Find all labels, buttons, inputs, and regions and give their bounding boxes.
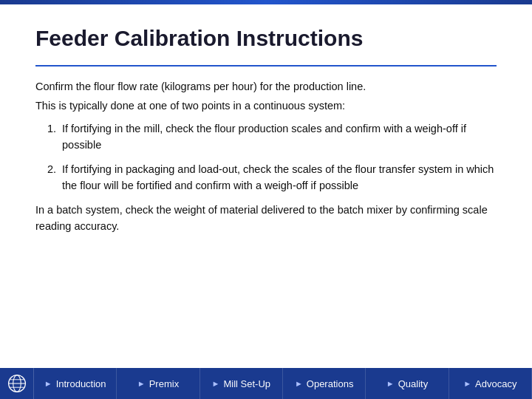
arrow-premix: ► — [137, 379, 146, 388]
title-underline — [35, 65, 497, 66]
list-item-1: If fortifying in the mill, check the flo… — [59, 120, 497, 154]
nav-item-operations[interactable]: ► Operations — [283, 368, 366, 399]
bottom-nav: ► Introduction ► Premix ► Mill Set-Up ► … — [0, 368, 532, 399]
arrow-operations: ► — [295, 379, 303, 388]
nav-label-quality: Quality — [398, 378, 428, 389]
arrow-quality: ► — [386, 379, 395, 388]
nav-items-container: ► Introduction ► Premix ► Mill Set-Up ► … — [34, 368, 532, 399]
arrow-introduction: ► — [44, 379, 52, 388]
nav-label-premix: Premix — [149, 378, 179, 389]
nav-item-introduction[interactable]: ► Introduction — [34, 368, 117, 399]
instructions-list: If fortifying in the mill, check the flo… — [59, 120, 497, 194]
intro-line-1: Confirm the flour flow rate (kilograms p… — [35, 78, 497, 95]
nav-logo — [0, 368, 34, 399]
nav-label-mill-setup: Mill Set-Up — [223, 378, 270, 389]
nav-item-mill-setup[interactable]: ► Mill Set-Up — [200, 368, 283, 399]
batch-text: In a batch system, check the weight of m… — [35, 202, 497, 235]
globe-icon — [7, 373, 27, 394]
nav-label-introduction: Introduction — [56, 378, 106, 389]
nav-item-premix[interactable]: ► Premix — [117, 368, 200, 399]
list-item-2: If fortifying in packaging and load-out,… — [59, 161, 497, 194]
nav-label-operations: Operations — [307, 378, 354, 389]
arrow-advocacy: ► — [463, 379, 471, 388]
nav-label-advocacy: Advocacy — [475, 378, 516, 389]
arrow-mill-setup: ► — [212, 379, 220, 388]
nav-item-advocacy[interactable]: ► Advocacy — [449, 368, 532, 399]
nav-item-quality[interactable]: ► Quality — [366, 368, 449, 399]
main-content-area: Feeder Calibration Instructions Confirm … — [0, 4, 532, 344]
page-title: Feeder Calibration Instructions — [35, 25, 497, 52]
intro-line-2: This is typically done at one of two poi… — [35, 98, 497, 114]
